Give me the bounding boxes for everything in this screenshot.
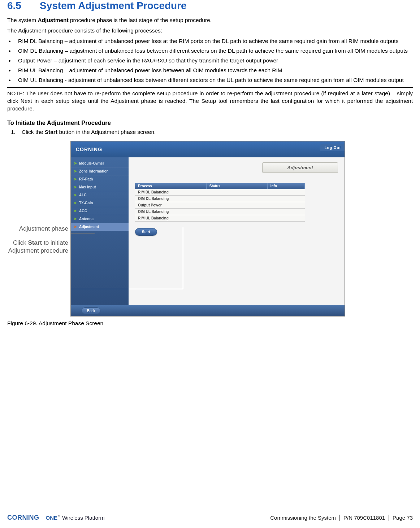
screenshot-window: CORNING Log Out ➤Module-Owner ➤Zone Info… (70, 141, 345, 317)
table-row: OIM UL Balancing (135, 209, 305, 215)
section-title: System Adjustment Procedure (40, 0, 187, 11)
table-cell: OIM DL Balancing (135, 196, 206, 202)
process-bullet-list: RIM DL Balancing – adjustment of unbalan… (7, 38, 413, 84)
sidebar-item-label: TX-Gain (79, 201, 93, 205)
sidebar-item-module-owner[interactable]: ➤Module-Owner (71, 160, 129, 167)
brand-logo: CORNING (76, 147, 102, 152)
section-number: 6.5 (7, 0, 40, 12)
intro-paragraph-1: The system Adjustment procedure phase is… (7, 17, 413, 24)
arrow-icon: ➤ (74, 209, 77, 213)
text-fragment: Click the (22, 129, 45, 135)
sidebar-item-label: Max Input (79, 185, 96, 189)
callout-line (71, 233, 95, 234)
process-table: Process Status Info RIM DL Balancing OIM… (135, 183, 305, 222)
trademark-icon: ™ (57, 515, 61, 518)
table-cell: RIM UL Balancing (135, 215, 206, 222)
sidebar-item-label: AGC (79, 209, 87, 213)
text-fragment: Click (13, 239, 28, 246)
sidebar-item-label: RF-Path (79, 177, 93, 181)
arrow-icon: ➤ (74, 217, 77, 221)
step-item: Click the Start button in the Adjustment… (22, 128, 413, 136)
footer-page: Page 73 (393, 515, 413, 521)
separator-icon (339, 515, 340, 521)
sidebar-item-max-input[interactable]: ➤Max Input (71, 183, 129, 191)
sidebar-item-tx-gain[interactable]: ➤TX-Gain (71, 199, 129, 207)
table-cell: Output Power (135, 202, 206, 209)
intro-paragraph-2: The Adjustment procedure consists of the… (7, 27, 413, 35)
annotation-start: Click Start to initiate Adjustment proce… (7, 239, 68, 254)
footer-section: Commissioning the System (270, 515, 336, 521)
back-button[interactable]: Back (82, 307, 100, 314)
sidebar-item-agc[interactable]: ➤AGC (71, 207, 129, 215)
text-fragment: button in the Adjustment phase screen. (57, 129, 156, 135)
bullet-item: Output Power – adjustment of each servic… (7, 57, 413, 65)
arrow-icon: ➤ (74, 224, 77, 229)
table-cell: RIM DL Balancing (135, 189, 206, 196)
table-cell (206, 202, 267, 209)
sidebar-item-alc[interactable]: ➤ALC (71, 191, 129, 199)
one-logo: ONE™ Wireless Platform (46, 515, 105, 521)
arrow-icon: ➤ (74, 193, 77, 197)
table-cell (267, 209, 304, 215)
bullet-item: OIM UL Balancing - adjustment of unbalan… (7, 77, 413, 84)
one-suffix: Wireless Platform (61, 515, 105, 521)
sidebar-item-antenna[interactable]: ➤Antenna (71, 215, 129, 223)
arrow-icon: ➤ (74, 161, 77, 166)
table-row: RIM DL Balancing (135, 189, 305, 196)
table-row: OIM DL Balancing (135, 196, 305, 202)
arrow-icon: ➤ (74, 185, 77, 189)
footer-pn: P/N 709C011801 (343, 515, 385, 521)
sidebar-item-adjustment[interactable]: ➤Adjustment (71, 223, 129, 231)
sidebar-item-label: ALC (79, 193, 87, 197)
table-row: RIM UL Balancing (135, 215, 305, 222)
app-footer: Back (71, 305, 345, 316)
arrow-icon: ➤ (74, 177, 77, 182)
table-header-status: Status (206, 183, 267, 189)
text-bold: Adjustment (38, 17, 68, 23)
table-cell: OIM UL Balancing (135, 209, 206, 215)
text-bold: Start (28, 239, 42, 246)
sidebar-item-label: Module-Owner (79, 161, 104, 165)
start-button[interactable]: Start (135, 228, 157, 236)
footer-right: Commissioning the System P/N 709C011801 … (270, 515, 413, 521)
table-header-process: Process (135, 183, 206, 189)
bullet-item: RIM UL Balancing – adjustment of unbalan… (7, 67, 413, 74)
table-cell (267, 189, 304, 196)
text-fragment: procedure phase is the last stage of the… (69, 17, 212, 23)
figure-wrap: Adjustment phase Click Start to initiate… (7, 141, 413, 317)
page-footer: CORNING ONE™ Wireless Platform Commissio… (7, 514, 413, 522)
sidebar: ➤Module-Owner ➤Zone Information ➤RF-Path… (71, 157, 129, 305)
sidebar-item-rf-path[interactable]: ➤RF-Path (71, 175, 129, 183)
corning-logo: CORNING (7, 514, 39, 522)
sidebar-item-label: Zone Information (79, 169, 109, 173)
sidebar-item-zone-information[interactable]: ➤Zone Information (71, 167, 129, 175)
annotation-phase: Adjustment phase (7, 225, 68, 232)
arrow-icon: ➤ (74, 201, 77, 205)
annotation-column: Adjustment phase Click Start to initiate… (7, 141, 70, 254)
subheading: To Initiate the Adjustment Procedure (7, 119, 413, 126)
bullet-item: OIM DL Balancing – adjustment of unbalan… (7, 47, 413, 55)
arrow-icon: ➤ (74, 169, 77, 174)
content-title: Adjustment (262, 162, 338, 173)
table-cell (267, 215, 304, 222)
sidebar-item-label: Antenna (79, 217, 94, 221)
one-word: ONE (46, 515, 58, 521)
table-cell (267, 202, 304, 209)
sidebar-item-label: Adjustment (79, 225, 99, 229)
note-block: NOTE: The user does not have to re-perfo… (7, 87, 413, 115)
separator-icon (389, 515, 389, 521)
figure-caption: Figure 6-29. Adjustment Phase Screen (7, 320, 413, 327)
content-area: Adjustment Process Status Info RIM DL Ba… (129, 157, 345, 305)
text-bold: Start (45, 129, 57, 135)
table-cell (206, 209, 267, 215)
table-cell (206, 196, 267, 202)
bullet-item: RIM DL Balancing – adjustment of unbalan… (7, 38, 413, 45)
steps-list: Click the Start button in the Adjustment… (7, 128, 413, 136)
app-body: ➤Module-Owner ➤Zone Information ➤RF-Path… (71, 157, 345, 305)
footer-left: CORNING ONE™ Wireless Platform (7, 514, 105, 522)
table-header-info: Info (267, 183, 304, 189)
table-cell (267, 196, 304, 202)
table-row: Output Power (135, 202, 305, 209)
table-cell (206, 189, 267, 196)
logout-button[interactable]: Log Out (320, 144, 345, 151)
